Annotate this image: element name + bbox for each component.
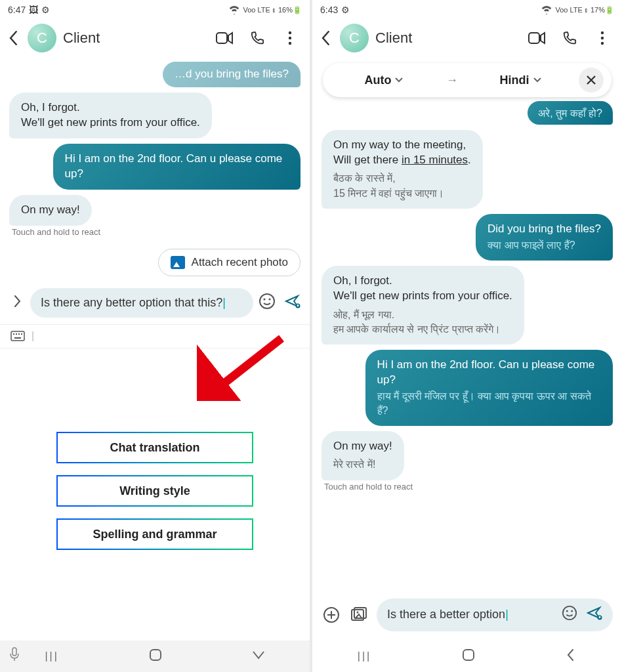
svg-rect-12 xyxy=(18,333,20,335)
chat-translation-option[interactable]: Chat translation xyxy=(56,432,253,463)
message-in[interactable]: Oh, I forgot. We'll get new prints from … xyxy=(321,266,524,345)
menu-button[interactable] xyxy=(277,31,303,45)
compose-row: Is there a better option xyxy=(312,592,622,640)
nav-recent[interactable]: ||| xyxy=(358,650,371,662)
svg-rect-0 xyxy=(217,33,227,43)
nav-back[interactable] xyxy=(252,650,265,662)
clock: 6:47 xyxy=(8,5,26,15)
keyboard-icon xyxy=(10,331,25,341)
svg-point-20 xyxy=(601,42,604,45)
back-button[interactable] xyxy=(7,31,21,45)
svg-point-18 xyxy=(601,32,604,34)
source-language[interactable]: Auto xyxy=(331,74,437,87)
spelling-grammar-option[interactable]: Spelling and grammar xyxy=(56,518,253,550)
svg-point-19 xyxy=(601,37,604,39)
compose-input[interactable]: Is there a better option xyxy=(377,598,613,631)
contact-name[interactable]: Client xyxy=(63,30,100,47)
react-hint: Touch and hold to react xyxy=(12,227,301,237)
svg-point-25 xyxy=(563,606,576,620)
svg-point-27 xyxy=(571,610,573,612)
message-out[interactable]: Did you bring the files? क्या आप फाइलें … xyxy=(476,214,613,261)
svg-point-24 xyxy=(357,612,359,614)
mic-button[interactable] xyxy=(9,647,20,664)
svg-rect-8 xyxy=(297,304,299,306)
svg-rect-16 xyxy=(150,650,161,660)
send-button[interactable] xyxy=(285,293,301,312)
keyboard-toggle-row[interactable]: | xyxy=(0,325,310,348)
message-in[interactable]: On my way! मेरे रास्ते में! xyxy=(321,431,404,480)
message-in[interactable]: On my way to the meeting, Will get there… xyxy=(321,130,483,209)
right-screenshot: 6:43 ⚙ Voo LTE ⫾ 17%🔋 C Client Auto xyxy=(312,0,622,672)
signal-indicators: Voo LTE ⫾ 17%🔋 xyxy=(555,6,614,14)
call-button[interactable] xyxy=(556,31,583,45)
image-icon: 🖼 xyxy=(29,5,38,15)
compose-input[interactable]: Is there any better option that this? xyxy=(30,288,253,318)
nav-bar: ||| xyxy=(312,640,622,672)
gallery-button[interactable] xyxy=(349,607,369,623)
attach-label: Attach recent photo xyxy=(192,256,288,269)
add-button[interactable] xyxy=(321,606,341,623)
message-list[interactable]: अरे, तुम कहाँ हो? On my way to the meeti… xyxy=(312,98,622,592)
target-language[interactable]: Hindi xyxy=(467,74,573,87)
send-button[interactable] xyxy=(587,605,602,625)
svg-point-5 xyxy=(263,299,265,301)
message-list[interactable]: …d you bring the files? Oh, I forgot. We… xyxy=(0,59,310,283)
nav-back[interactable] xyxy=(565,649,577,663)
wifi-icon xyxy=(541,5,552,14)
message-out[interactable]: Hi I am on the 2nd floor. Can u please c… xyxy=(53,144,301,190)
svg-point-4 xyxy=(260,294,274,308)
left-screenshot: 6:47 🖼 ⚙ Voo LTE ⫾ 16%🔋 C Client …d you … xyxy=(0,0,310,672)
chat-header: C Client xyxy=(312,20,622,59)
svg-rect-11 xyxy=(16,333,17,335)
chat-header: C Client xyxy=(0,20,310,59)
nav-home[interactable] xyxy=(462,648,475,664)
status-bar: 6:43 ⚙ Voo LTE ⫾ 17%🔋 xyxy=(312,0,622,20)
svg-point-26 xyxy=(566,610,568,612)
back-button[interactable] xyxy=(319,31,333,45)
compose-row: Is there any better option that this? xyxy=(0,283,310,325)
nav-recent[interactable]: ||| xyxy=(45,650,58,662)
react-hint: Touch and hold to react xyxy=(324,482,613,492)
close-button[interactable] xyxy=(579,68,604,93)
photo-icon xyxy=(171,256,185,269)
chevron-down-icon xyxy=(533,77,541,83)
message-in[interactable]: Oh, I forgot. We'll get new prints from … xyxy=(9,93,212,138)
svg-point-1 xyxy=(289,32,291,34)
emoji-button[interactable] xyxy=(562,605,577,625)
video-call-button[interactable] xyxy=(524,32,550,45)
svg-rect-14 xyxy=(14,337,21,339)
svg-rect-30 xyxy=(463,650,474,660)
gear-icon: ⚙ xyxy=(341,5,350,15)
wifi-icon xyxy=(229,5,239,14)
svg-rect-15 xyxy=(12,648,16,656)
svg-point-6 xyxy=(268,299,270,301)
gear-icon: ⚙ xyxy=(41,5,50,15)
svg-point-2 xyxy=(289,37,291,39)
call-button[interactable] xyxy=(244,31,270,45)
nav-home[interactable] xyxy=(149,648,162,664)
chevron-down-icon xyxy=(395,77,403,83)
message-out-partial[interactable]: …d you bring the files? xyxy=(163,62,301,87)
svg-rect-29 xyxy=(599,616,601,618)
svg-rect-10 xyxy=(13,333,14,335)
video-call-button[interactable] xyxy=(211,32,238,45)
svg-point-3 xyxy=(289,42,291,45)
message-out[interactable]: Hi I am on the 2nd floor. Can u please c… xyxy=(365,350,613,425)
message-in[interactable]: On my way! xyxy=(9,195,92,226)
nav-bar: ||| xyxy=(0,640,310,672)
svg-rect-17 xyxy=(529,33,539,43)
menu-button[interactable] xyxy=(589,31,615,45)
svg-rect-13 xyxy=(21,333,22,335)
contact-name[interactable]: Client xyxy=(375,30,412,47)
keyboard-options-pane: Chat translation Writing style Spelling … xyxy=(0,348,310,640)
translation-bar: Auto → Hindi xyxy=(323,63,612,97)
arrow-icon: → xyxy=(442,74,462,87)
emoji-button[interactable] xyxy=(259,293,276,312)
avatar[interactable]: C xyxy=(340,24,369,52)
expand-button[interactable] xyxy=(9,295,25,310)
writing-style-option[interactable]: Writing style xyxy=(56,475,253,507)
clock: 6:43 xyxy=(320,5,338,15)
avatar[interactable]: C xyxy=(28,24,56,52)
attach-photo-chip[interactable]: Attach recent photo xyxy=(158,249,301,276)
message-out[interactable]: अरे, तुम कहाँ हो? xyxy=(528,101,613,125)
